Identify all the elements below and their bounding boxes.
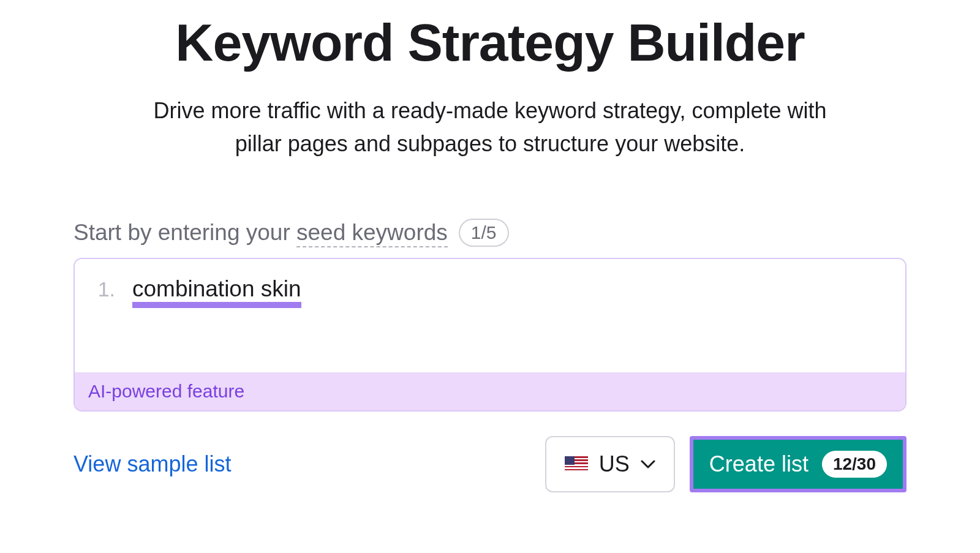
create-list-label: Create list (709, 451, 809, 477)
create-list-count: 12/30 (822, 451, 887, 478)
seed-counter-pill: 1/5 (459, 219, 509, 247)
create-list-button[interactable]: Create list 12/30 (693, 440, 903, 489)
seed-input-panel: 1. combination skin AI-powered feature (74, 258, 907, 412)
prompt-text: Start by entering your seed keywords (74, 220, 448, 246)
seed-keywords-link[interactable]: seed keywords (296, 220, 448, 247)
keyword-number: 1. (96, 277, 115, 301)
page-subtitle: Drive more traffic with a ready-made key… (147, 94, 833, 160)
us-flag-icon (565, 456, 588, 472)
keyword-row: 1. combination skin (96, 276, 884, 302)
country-select[interactable]: US (545, 436, 675, 492)
create-list-highlight: Create list 12/30 (690, 436, 907, 492)
footer-row: View sample list US Create list 12/30 (74, 436, 907, 492)
prompt-prefix: Start by entering your (74, 220, 296, 245)
country-label: US (599, 451, 630, 477)
ai-feature-banner: AI-powered feature (75, 372, 905, 410)
footer-right-controls: US Create list 12/30 (545, 436, 907, 492)
prompt-row: Start by entering your seed keywords 1/5 (74, 219, 907, 247)
chevron-down-icon (641, 460, 655, 468)
seed-input-area[interactable]: 1. combination skin (75, 259, 905, 372)
page-title: Keyword Strategy Builder (74, 12, 907, 73)
page-container: Keyword Strategy Builder Drive more traf… (61, 12, 919, 492)
keyword-text[interactable]: combination skin (132, 276, 301, 302)
view-sample-link[interactable]: View sample list (74, 451, 231, 477)
